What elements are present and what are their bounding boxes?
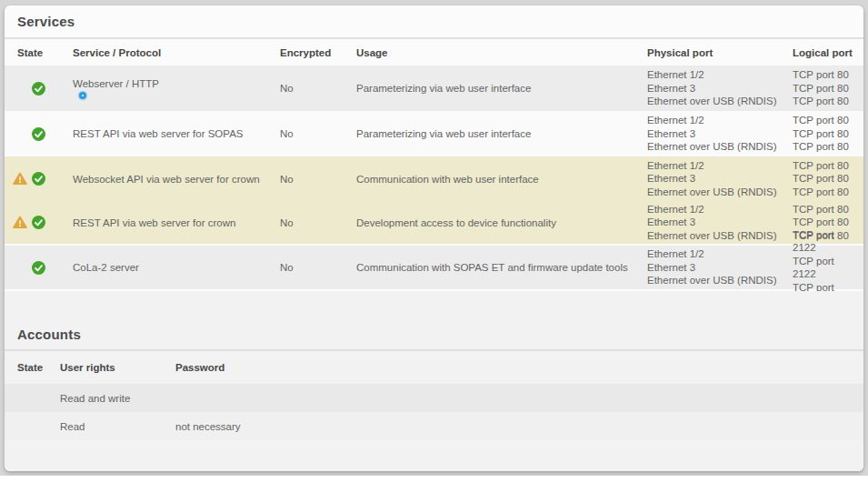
service-state-cell — [5, 156, 70, 201]
service-name: Webserver / HTTP — [73, 78, 159, 89]
logical-port-line: TCP port 80 — [793, 203, 856, 216]
service-name: Websocket API via web server for crown — [70, 174, 279, 185]
service-usage: Communication with SOPAS ET and firmware… — [356, 262, 647, 273]
logical-port-line: TCP port 80 — [793, 127, 856, 141]
logical-port-line: TCP port 80 — [793, 114, 856, 127]
loading-spinner-icon — [79, 92, 86, 99]
physical-port-line: Ethernet 1/2 — [647, 68, 785, 82]
col-header-physical-port: Physical port — [647, 47, 793, 58]
physical-port-line: Ethernet 3 — [647, 82, 785, 96]
col-header-password: Password — [175, 362, 863, 373]
service-encrypted: No — [279, 83, 356, 94]
physical-port-line: Ethernet over USB (RNDIS) — [647, 274, 785, 287]
physical-port-line: Ethernet 3 — [647, 127, 785, 141]
status-ok-icon — [32, 82, 45, 96]
service-physical-ports: Ethernet 1/2 Ethernet 3 Ethernet over US… — [647, 159, 793, 199]
logical-port-line: TCP port 80 — [793, 82, 856, 96]
service-usage: Parameterizing via web user interface — [356, 83, 647, 94]
service-state-cell — [5, 113, 70, 155]
col-header-service-protocol: Service / Protocol — [70, 47, 279, 58]
service-physical-ports: Ethernet 1/2 Ethernet 3 Ethernet over US… — [647, 203, 793, 243]
service-usage: Parameterizing via web user interface — [356, 128, 647, 139]
services-title: Services — [17, 14, 75, 29]
service-row-rest-api-crown[interactable]: REST API via web server for crown No Dev… — [5, 201, 863, 246]
status-ok-icon — [32, 261, 45, 275]
status-warning-icon — [13, 216, 27, 229]
accounts-table-header: State User rights Password — [5, 351, 863, 384]
col-header-user-rights: User rights — [60, 362, 175, 373]
account-password: not necessary — [175, 421, 863, 432]
service-logical-ports: TCP port 80 TCP port 80 TCP port 80 — [793, 68, 863, 108]
service-usage: Development access to device functionali… — [356, 217, 647, 228]
accounts-section: Accounts State User rights Password Read… — [5, 291, 863, 471]
physical-port-line: Ethernet over USB (RNDIS) — [647, 186, 785, 199]
service-name-cell: Webserver / HTTP — [70, 78, 279, 99]
logical-port-line: TCP port 80 — [793, 95, 856, 108]
physical-port-line: Ethernet over USB (RNDIS) — [647, 229, 785, 243]
status-warning-icon — [13, 172, 27, 186]
service-physical-ports: Ethernet 1/2 Ethernet 3 Ethernet over US… — [647, 114, 793, 154]
service-physical-ports: Ethernet 1/2 Ethernet 3 Ethernet over US… — [647, 68, 793, 108]
logical-port-line: TCP port 80 — [793, 68, 856, 82]
service-physical-ports: Ethernet 1/2 Ethernet 3 Ethernet over US… — [647, 247, 793, 287]
accounts-section-header: Accounts — [5, 291, 863, 349]
service-encrypted: No — [279, 174, 356, 185]
status-ok-icon — [32, 216, 45, 229]
physical-port-line: Ethernet over USB (RNDIS) — [647, 140, 785, 154]
service-state-cell — [5, 65, 70, 111]
content-card: Services State Service / Protocol Encryp… — [5, 5, 863, 471]
status-ok-icon — [32, 127, 45, 141]
logical-port-line: TCP port 2122 — [793, 255, 856, 281]
status-ok-icon — [32, 172, 45, 186]
physical-port-line: Ethernet 1/2 — [647, 159, 785, 173]
services-section-header: Services — [5, 5, 863, 37]
services-table-header: State Service / Protocol Encrypted Usage… — [5, 39, 863, 65]
col-header-encrypted: Encrypted — [279, 47, 356, 58]
account-row-read-and-write[interactable]: Read and write — [5, 384, 863, 412]
service-row-rest-api-sopas[interactable]: REST API via web server for SOPAS No Par… — [5, 113, 863, 156]
service-logical-ports: TCP port 80 TCP port 80 TCP port 80 — [793, 114, 863, 154]
logical-port-line: TCP port 80 — [793, 186, 856, 199]
physical-port-line: Ethernet 3 — [647, 216, 785, 229]
account-user-rights: Read — [60, 421, 175, 432]
logical-port-line: TCP port 80 — [793, 159, 856, 173]
service-row-cola2-server[interactable]: CoLa-2 server No Communication with SOPA… — [5, 246, 863, 291]
service-usage: Communication with web user interface — [356, 174, 647, 185]
service-row-webserver-http[interactable]: Webserver / HTTP No Parameterizing via w… — [5, 65, 863, 113]
col-header-account-state: State — [5, 362, 60, 373]
physical-port-line: Ethernet over USB (RNDIS) — [647, 95, 785, 108]
col-header-state: State — [5, 47, 70, 58]
physical-port-line: Ethernet 1/2 — [647, 203, 785, 216]
service-encrypted: No — [279, 128, 356, 139]
account-row-read[interactable]: Read not necessary — [5, 412, 863, 440]
col-header-usage: Usage — [356, 47, 647, 58]
logical-port-line: TCP port 2122 — [793, 228, 856, 255]
physical-port-line: Ethernet 3 — [647, 172, 785, 186]
service-name: REST API via web server for SOPAS — [70, 128, 279, 139]
service-name: CoLa-2 server — [70, 262, 279, 273]
logical-port-line: TCP port 80 — [793, 172, 856, 186]
service-name: REST API via web server for crown — [70, 217, 279, 228]
col-header-logical-port: Logical port — [793, 47, 863, 58]
physical-port-line: Ethernet 1/2 — [647, 247, 785, 261]
service-row-websocket-api-crown[interactable]: Websocket API via web server for crown N… — [5, 156, 863, 201]
physical-port-line: Ethernet 3 — [647, 261, 785, 275]
account-user-rights: Read and write — [60, 393, 175, 404]
physical-port-line: Ethernet 1/2 — [647, 114, 785, 127]
service-state-cell — [5, 246, 70, 289]
service-encrypted: No — [279, 262, 356, 273]
logical-port-line: TCP port 80 — [793, 140, 856, 154]
service-logical-ports: TCP port 80 TCP port 80 TCP port 80 — [793, 159, 863, 199]
page-root: { "colors": { "page-bg": "#d6d6d6", "car… — [0, 0, 868, 483]
service-encrypted: No — [279, 217, 356, 228]
page-bottom-strip — [0, 476, 868, 483]
accounts-title: Accounts — [17, 327, 81, 342]
service-state-cell — [5, 201, 70, 244]
